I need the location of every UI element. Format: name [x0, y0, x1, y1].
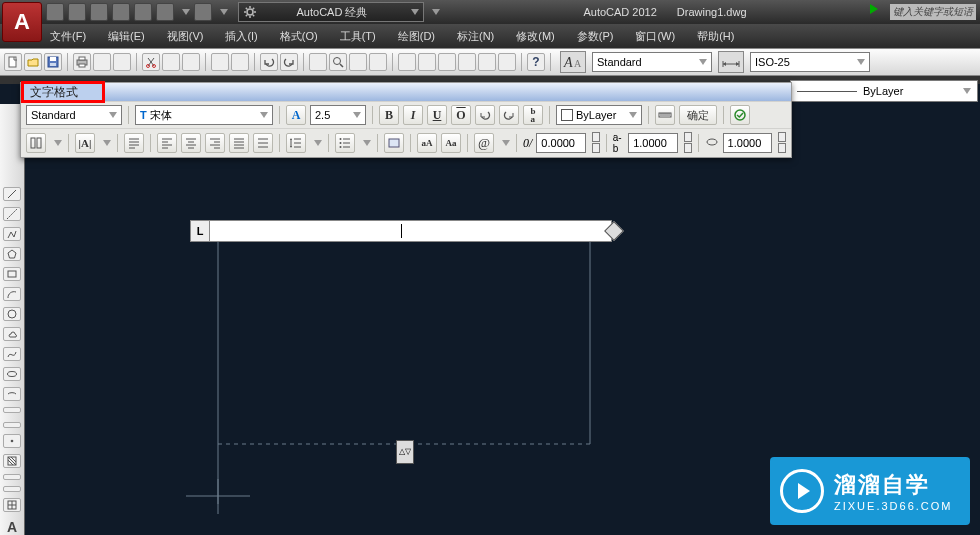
ok-button[interactable]: 确定 — [679, 105, 717, 125]
font-select[interactable]: T宋体 — [135, 105, 273, 125]
chevron-down-icon[interactable] — [314, 140, 322, 146]
uppercase-button[interactable]: aA — [417, 133, 437, 153]
qat-open-icon[interactable] — [68, 3, 86, 21]
underline-button[interactable]: U — [427, 105, 447, 125]
bold-button[interactable]: B — [379, 105, 399, 125]
menu-modify[interactable]: 修改(M) — [516, 29, 555, 44]
zoom-prev-icon[interactable] — [369, 53, 387, 71]
column-height-handle[interactable]: △▽ — [396, 440, 414, 464]
line-spacing-button[interactable] — [286, 133, 306, 153]
overline-button[interactable]: O — [451, 105, 471, 125]
redo-fx-button[interactable] — [499, 105, 519, 125]
text-format-titlebar[interactable]: 文字格式 — [21, 83, 791, 101]
qat-print-icon[interactable] — [134, 3, 152, 21]
qat-redo-icon[interactable] — [194, 3, 212, 21]
annotative-icon[interactable]: A — [286, 105, 306, 125]
pan-icon[interactable] — [309, 53, 327, 71]
tool-palette-icon[interactable] — [438, 53, 456, 71]
qat-new-icon[interactable] — [46, 3, 64, 21]
menu-view[interactable]: 视图(V) — [167, 29, 204, 44]
text-height-input[interactable]: 2.5 — [310, 105, 366, 125]
chevron-down-icon[interactable] — [54, 140, 62, 146]
text-style-select[interactable]: Standard — [26, 105, 122, 125]
menu-dim[interactable]: 标注(N) — [457, 29, 494, 44]
qat-saveas-icon[interactable] — [112, 3, 130, 21]
spinner-icon[interactable] — [592, 132, 600, 154]
drawing-area[interactable]: A L △▽ 溜溜自学 ZIXUE.3D66.COM — [0, 104, 980, 535]
menu-tools[interactable]: 工具(T) — [340, 29, 376, 44]
menu-edit[interactable]: 编辑(E) — [108, 29, 145, 44]
chevron-down-icon[interactable] — [103, 140, 111, 146]
match-prop-icon[interactable] — [211, 53, 229, 71]
print-icon[interactable] — [73, 53, 91, 71]
redo-icon[interactable] — [280, 53, 298, 71]
qat-save-icon[interactable] — [90, 3, 108, 21]
qat-customize-icon[interactable] — [432, 9, 440, 15]
chevron-down-icon[interactable] — [363, 140, 371, 146]
plot-preview-icon[interactable] — [93, 53, 111, 71]
lowercase-button[interactable]: Aa — [441, 133, 461, 153]
svg-rect-9 — [9, 57, 16, 67]
qat-redo-more-icon[interactable] — [220, 9, 228, 15]
linetype-select[interactable]: ByLayer — [790, 80, 978, 102]
undo-icon[interactable] — [260, 53, 278, 71]
copy-icon[interactable] — [162, 53, 180, 71]
workspace-selector[interactable]: AutoCAD 经典 — [238, 2, 424, 22]
design-center-icon[interactable] — [418, 53, 436, 71]
textstyle-icon[interactable]: AA — [560, 51, 586, 73]
insert-field-button[interactable] — [384, 133, 404, 153]
align-justify-button[interactable] — [229, 133, 249, 153]
menu-window[interactable]: 窗口(W) — [635, 29, 675, 44]
sheet-set-icon[interactable] — [458, 53, 476, 71]
menu-help[interactable]: 帮助(H) — [697, 29, 734, 44]
svg-rect-11 — [50, 57, 56, 61]
quickcalc-icon[interactable] — [498, 53, 516, 71]
new-icon[interactable] — [4, 53, 22, 71]
markup-icon[interactable] — [478, 53, 496, 71]
qat-undo-more-icon[interactable] — [182, 9, 190, 15]
numbering-button[interactable] — [335, 133, 355, 153]
oblique-input[interactable]: 0.0000 — [536, 133, 586, 153]
paragraph-button[interactable] — [124, 133, 144, 153]
symbol-button[interactable]: @ — [474, 133, 494, 153]
ruler-icon[interactable] — [655, 105, 675, 125]
align-dist-button[interactable] — [253, 133, 273, 153]
spinner-icon[interactable] — [778, 132, 786, 154]
app-menu-button[interactable]: A — [2, 2, 42, 42]
chevron-down-icon[interactable] — [502, 140, 510, 146]
mtext-justify-button[interactable]: |A| — [75, 133, 95, 153]
spinner-icon[interactable] — [684, 132, 692, 154]
widthfactor-input[interactable]: 1.0000 — [723, 133, 773, 153]
align-right-button[interactable] — [205, 133, 225, 153]
align-left-button[interactable] — [157, 133, 177, 153]
cut-icon[interactable] — [142, 53, 160, 71]
zoom-rt-icon[interactable] — [329, 53, 347, 71]
dimstyle-select[interactable]: ISO-25 — [750, 52, 870, 72]
dimstyle-icon[interactable] — [718, 51, 744, 73]
mtext-editor[interactable]: L — [190, 220, 612, 242]
columns-button[interactable] — [26, 133, 46, 153]
paste-icon[interactable] — [182, 53, 200, 71]
tracking-input[interactable]: 1.0000 — [628, 133, 678, 153]
menu-file[interactable]: 文件(F) — [50, 29, 86, 44]
save-icon[interactable] — [44, 53, 62, 71]
menu-format[interactable]: 格式(O) — [280, 29, 318, 44]
undo-fx-button[interactable] — [475, 105, 495, 125]
options-button[interactable] — [730, 105, 750, 125]
block-editor-icon[interactable] — [231, 53, 249, 71]
zoom-win-icon[interactable] — [349, 53, 367, 71]
infocenter-search[interactable]: 键入关键字或短语 — [890, 4, 976, 20]
menu-param[interactable]: 参数(P) — [577, 29, 614, 44]
stack-button[interactable]: ba — [523, 105, 543, 125]
qat-undo-icon[interactable] — [156, 3, 174, 21]
properties-icon[interactable] — [398, 53, 416, 71]
open-icon[interactable] — [24, 53, 42, 71]
menu-insert[interactable]: 插入(I) — [225, 29, 257, 44]
textstyle-select[interactable]: Standard — [592, 52, 712, 72]
italic-button[interactable]: I — [403, 105, 423, 125]
color-select[interactable]: ByLayer — [556, 105, 642, 125]
help-icon[interactable]: ? — [527, 53, 545, 71]
publish-icon[interactable] — [113, 53, 131, 71]
align-center-button[interactable] — [181, 133, 201, 153]
menu-draw[interactable]: 绘图(D) — [398, 29, 435, 44]
